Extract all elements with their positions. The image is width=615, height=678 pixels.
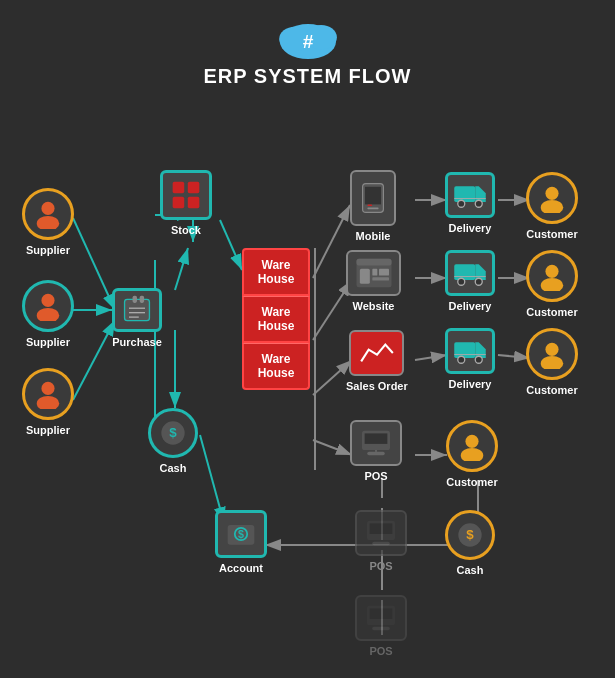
supplier-2-node: Supplier — [22, 280, 74, 348]
purchase-icon — [112, 288, 162, 332]
svg-rect-61 — [367, 208, 378, 210]
website-icon — [346, 250, 401, 296]
svg-point-92 — [475, 356, 482, 363]
mobile-node: Mobile — [350, 170, 396, 242]
svg-line-5 — [73, 320, 115, 400]
delivery-3-icon — [445, 328, 495, 374]
svg-line-6 — [175, 248, 188, 290]
account-icon: $ — [215, 510, 267, 558]
svg-rect-52 — [188, 197, 200, 209]
account-label: Account — [219, 562, 263, 574]
cash-right-label: Cash — [457, 564, 484, 576]
pos-1-node: POS — [350, 420, 402, 482]
svg-point-82 — [475, 200, 482, 207]
pos-3-label: POS — [369, 645, 392, 657]
svg-rect-51 — [173, 197, 185, 209]
pos-2-label: POS — [369, 560, 392, 572]
supplier-3-node: Supplier — [22, 368, 74, 436]
svg-text:$: $ — [238, 528, 244, 540]
svg-rect-77 — [370, 608, 393, 619]
svg-point-100 — [465, 435, 478, 448]
customer-pos-node: Customer — [446, 420, 498, 488]
customer-3-node: Customer — [526, 328, 578, 396]
website-node: Website — [346, 250, 401, 312]
svg-line-10 — [313, 205, 350, 278]
delivery-2-label: Delivery — [449, 300, 492, 312]
delivery-2-node: Delivery — [445, 250, 495, 312]
pos-3-node: POS — [355, 595, 407, 657]
svg-line-13 — [313, 440, 352, 455]
title-area: # ERP SYSTEM FLOW — [158, 10, 458, 88]
svg-point-94 — [545, 187, 558, 200]
warehouse-2-label: Ware House — [258, 305, 295, 333]
svg-rect-67 — [372, 277, 389, 280]
warehouse-2-box: Ware House — [242, 296, 310, 343]
pos-1-label: POS — [364, 470, 387, 482]
svg-rect-64 — [359, 269, 369, 284]
salesorder-label: Sales Order — [346, 380, 408, 392]
svg-point-42 — [37, 396, 60, 409]
cash-right-node: $ Cash — [445, 510, 495, 576]
mobile-label: Mobile — [356, 230, 391, 242]
supplier-2-icon — [22, 280, 74, 332]
warehouse-3-label: Ware House — [258, 352, 295, 380]
website-label: Website — [353, 300, 395, 312]
supplier-3-icon — [22, 368, 74, 420]
delivery-3-node: Delivery — [445, 328, 495, 390]
svg-marker-90 — [475, 342, 486, 358]
svg-point-38 — [37, 216, 60, 229]
svg-point-81 — [458, 200, 465, 207]
svg-rect-79 — [454, 186, 475, 202]
salesorder-icon — [349, 330, 404, 376]
supplier-3-label: Supplier — [26, 424, 70, 436]
svg-line-18 — [415, 355, 447, 360]
svg-point-95 — [541, 200, 564, 213]
svg-text:$: $ — [169, 425, 177, 440]
pos-1-icon — [350, 420, 402, 466]
supplier-1-icon — [22, 188, 74, 240]
svg-point-86 — [458, 278, 465, 285]
cash-label: Cash — [160, 462, 187, 474]
svg-marker-80 — [475, 186, 486, 202]
delivery-1-node: Delivery — [445, 172, 495, 234]
svg-rect-63 — [356, 259, 391, 266]
svg-rect-89 — [454, 342, 475, 358]
cash-icon: $ — [148, 408, 198, 458]
svg-rect-60 — [367, 204, 372, 206]
customer-pos-label: Customer — [446, 476, 497, 488]
svg-rect-68 — [359, 339, 394, 367]
warehouse-3-box: Ware House — [242, 343, 310, 390]
svg-rect-66 — [379, 269, 389, 276]
svg-rect-74 — [370, 523, 393, 534]
pos-2-node: POS — [355, 510, 407, 572]
purchase-node: Purchase — [112, 288, 162, 348]
svg-point-39 — [41, 294, 54, 307]
customer-3-label: Customer — [526, 384, 577, 396]
stock-icon — [160, 170, 212, 220]
svg-text:#: # — [302, 31, 313, 52]
customer-3-icon — [526, 328, 578, 380]
svg-rect-84 — [454, 264, 475, 280]
stock-node: Stock — [160, 170, 212, 236]
diagram-container: { "title": "ERP SYSTEM FLOW", "cloud": {… — [0, 0, 615, 678]
svg-point-96 — [545, 265, 558, 278]
svg-point-41 — [41, 382, 54, 395]
svg-point-99 — [541, 356, 564, 369]
customer-2-label: Customer — [526, 306, 577, 318]
cloud-icon: # — [273, 10, 343, 60]
svg-point-97 — [541, 278, 564, 291]
customer-2-node: Customer — [526, 250, 578, 318]
delivery-1-label: Delivery — [449, 222, 492, 234]
customer-2-icon — [526, 250, 578, 302]
delivery-1-icon — [445, 172, 495, 218]
svg-rect-78 — [372, 627, 390, 631]
svg-point-98 — [545, 343, 558, 356]
svg-rect-44 — [133, 296, 137, 303]
svg-rect-50 — [188, 182, 200, 194]
svg-rect-45 — [140, 296, 144, 303]
warehouse-column: Ware House Ware House Ware House — [242, 248, 310, 390]
svg-rect-70 — [365, 433, 388, 444]
mobile-icon — [350, 170, 396, 226]
svg-point-40 — [37, 308, 60, 321]
delivery-2-icon — [445, 250, 495, 296]
